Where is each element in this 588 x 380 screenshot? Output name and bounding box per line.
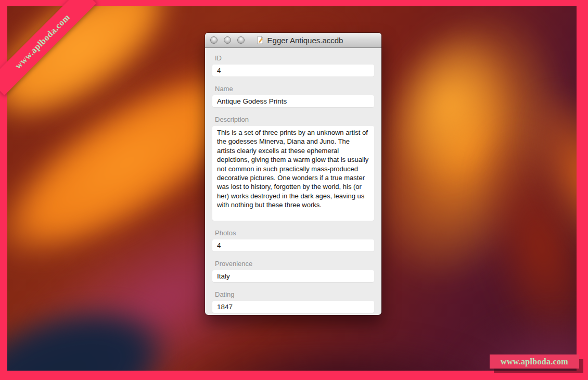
dating-field[interactable] — [212, 301, 374, 313]
form-row: Name — [212, 85, 374, 107]
watermark-badge-text: www.aplboda.com — [501, 357, 568, 366]
field-label: ID — [215, 54, 374, 62]
watermark-badge: www.aplboda.com — [490, 354, 579, 369]
document-icon — [256, 36, 264, 44]
form-row: ID — [212, 54, 374, 77]
window-titlebar[interactable]: Egger Antiques.accdb — [205, 33, 381, 48]
name-field[interactable] — [212, 95, 374, 107]
form-row: Photos — [212, 229, 374, 251]
field-label: Name — [215, 85, 374, 93]
field-label: Provenience — [215, 260, 374, 268]
form-row: Provenience — [212, 260, 374, 282]
provenience-field[interactable] — [212, 270, 374, 282]
close-button[interactable] — [210, 36, 218, 44]
window-title-group: Egger Antiques.accdb — [256, 36, 343, 45]
screenshot-frame: www.aplboda.com Egger Antiques.accdb ID — [0, 0, 588, 380]
field-label: Photos — [215, 229, 374, 237]
form-row: Dating — [212, 290, 374, 313]
description-field[interactable]: This is a set of three prints by an unkn… — [212, 126, 374, 221]
zoom-button[interactable] — [237, 36, 245, 44]
form-row: Description This is a set of three print… — [212, 116, 374, 221]
minimize-button[interactable] — [224, 36, 231, 44]
id-field[interactable] — [212, 65, 374, 77]
app-window: Egger Antiques.accdb ID Name Description… — [205, 33, 381, 315]
traffic-lights — [210, 36, 245, 44]
window-title: Egger Antiques.accdb — [267, 36, 343, 45]
field-label: Description — [215, 116, 374, 123]
photos-field[interactable] — [212, 239, 374, 251]
form-content: ID Name Description This is a set of thr… — [205, 48, 381, 313]
field-label: Dating — [215, 290, 374, 298]
